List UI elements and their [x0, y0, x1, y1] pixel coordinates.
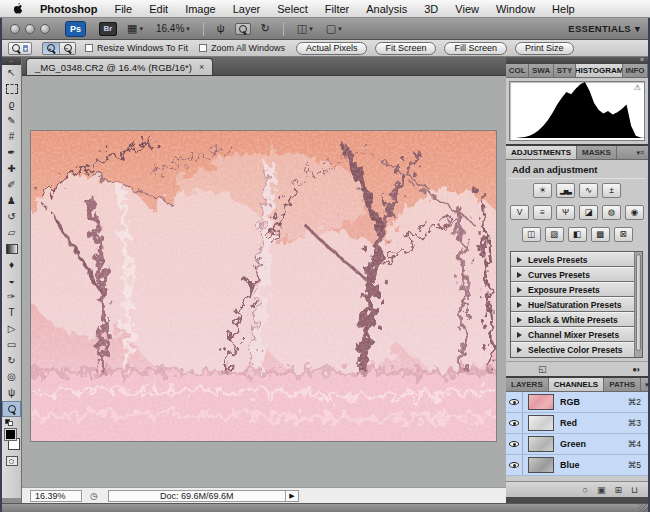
- arrange-documents-button[interactable]: ◫ ▾: [294, 22, 316, 35]
- adj-levels[interactable]: ▂▅▃: [556, 183, 575, 198]
- scrollbar-thumb[interactable]: [636, 254, 641, 351]
- tool-eyedropper[interactable]: ✒: [2, 145, 21, 161]
- document-image[interactable]: [31, 131, 496, 441]
- panel-menu-icon[interactable]: ▾≡: [641, 378, 650, 391]
- menu-file[interactable]: File: [114, 3, 132, 15]
- adj-exposure[interactable]: ±: [602, 183, 621, 198]
- scrollbar[interactable]: [634, 252, 642, 357]
- channel-rgb[interactable]: RGB ⌘2: [506, 392, 648, 413]
- tool-marquee[interactable]: [2, 81, 21, 97]
- menu-view[interactable]: View: [455, 3, 479, 15]
- disclosure-triangle-icon[interactable]: [517, 302, 522, 308]
- menu-layer[interactable]: Layer: [233, 3, 261, 15]
- channel-red[interactable]: Red ⌘3: [506, 413, 648, 434]
- minimize-window-button[interactable]: [25, 24, 35, 34]
- load-selection-icon[interactable]: ○: [582, 485, 587, 495]
- delete-channel-icon[interactable]: ⊔: [631, 485, 638, 495]
- disclosure-triangle-icon[interactable]: [517, 287, 522, 293]
- preset-levels[interactable]: Levels Presets: [511, 252, 634, 267]
- tab-color[interactable]: COL: [506, 64, 529, 77]
- tab-channels[interactable]: CHANNELS: [549, 378, 604, 391]
- menu-3d[interactable]: 3D: [424, 3, 438, 15]
- zoom-out-mode-button[interactable]: −: [59, 43, 75, 54]
- disclosure-triangle-icon[interactable]: [517, 347, 522, 353]
- quick-mask-button[interactable]: [2, 453, 21, 469]
- new-channel-icon[interactable]: ⊞: [614, 485, 622, 495]
- resize-windows-checkbox[interactable]: Resize Windows To Fit: [85, 43, 188, 53]
- tool-healing-brush[interactable]: ✚: [2, 161, 21, 177]
- menu-image[interactable]: Image: [185, 3, 216, 15]
- preset-exposure[interactable]: Exposure Presets: [511, 282, 634, 297]
- resize-grip[interactable]: [638, 504, 648, 512]
- adj-invert[interactable]: ◫: [522, 227, 541, 242]
- foreground-color-swatch[interactable]: [4, 428, 17, 441]
- document-tab[interactable]: _MG_0348.CR2 @ 16.4% (RGB/16*) ×: [26, 58, 213, 75]
- adj-gradient-map[interactable]: ▩: [591, 227, 610, 242]
- preset-channel-mixer[interactable]: Channel Mixer Presets: [511, 327, 634, 342]
- adj-posterize[interactable]: ▨: [545, 227, 564, 242]
- preset-black-white[interactable]: Black & White Presets: [511, 312, 634, 327]
- adj-photo-filter[interactable]: ◍: [602, 205, 621, 220]
- tool-crop[interactable]: #: [2, 129, 21, 145]
- print-size-button[interactable]: Print Size: [515, 42, 574, 55]
- close-icon[interactable]: ×: [199, 62, 204, 72]
- adj-brightness-contrast[interactable]: ☀: [533, 183, 552, 198]
- actual-pixels-button[interactable]: Actual Pixels: [296, 42, 368, 55]
- disclosure-triangle-icon[interactable]: [517, 317, 522, 323]
- preset-curves[interactable]: Curves Presets: [511, 267, 634, 282]
- tab-paths[interactable]: PATHS: [604, 378, 641, 391]
- canvas-area[interactable]: [22, 76, 506, 487]
- tool-history-brush[interactable]: ↺: [2, 209, 21, 225]
- cached-data-warning-icon[interactable]: ⚠: [634, 83, 641, 92]
- panel-menu-icon[interactable]: ▾≡: [632, 146, 648, 159]
- fill-screen-button[interactable]: Fill Screen: [444, 42, 507, 55]
- tool-dodge[interactable]: ◒: [2, 273, 21, 289]
- adj-vibrance[interactable]: V: [510, 205, 529, 220]
- tool-hand[interactable]: ψ: [2, 385, 21, 401]
- view-extras-button[interactable]: ▦ ▾: [124, 22, 146, 35]
- workspace-switcher[interactable]: ESSENTIALS ▾: [568, 23, 640, 34]
- apple-icon[interactable]: [12, 2, 23, 15]
- adj-color-balance[interactable]: Ψ: [556, 205, 575, 220]
- tool-3d-rotate[interactable]: ↻: [2, 353, 21, 369]
- zoom-level-dropdown[interactable]: 16.4% ▾: [153, 22, 193, 35]
- save-selection-icon[interactable]: ▣: [597, 485, 606, 495]
- tool-3d-orbit[interactable]: ◎: [2, 369, 21, 385]
- status-zoom-field[interactable]: 16.39%: [30, 490, 82, 502]
- tool-zoom[interactable]: [2, 401, 21, 417]
- collapse-tools-strip[interactable]: ‥: [2, 57, 21, 65]
- adj-channel-mixer[interactable]: ◉: [625, 205, 644, 220]
- adj-selective-color[interactable]: ⊠: [614, 227, 633, 242]
- tool-brush[interactable]: ✐: [2, 177, 21, 193]
- visibility-toggle[interactable]: [506, 392, 523, 412]
- tool-path-selection[interactable]: ▷: [2, 321, 21, 337]
- disclosure-triangle-icon[interactable]: [517, 332, 522, 338]
- tab-swatches[interactable]: SWA: [529, 64, 553, 77]
- tab-masks[interactable]: MASKS: [577, 146, 617, 159]
- menu-app-name[interactable]: Photoshop: [40, 3, 97, 15]
- tool-gradient[interactable]: [2, 241, 21, 257]
- tab-info[interactable]: INFO: [623, 64, 648, 77]
- tab-adjustments[interactable]: ADJUSTMENTS: [506, 146, 577, 159]
- visibility-toggle[interactable]: [506, 413, 523, 433]
- hand-tool-button[interactable]: ψ: [214, 22, 228, 35]
- zoom-tool-button[interactable]: [235, 23, 251, 35]
- tool-blur[interactable]: ♦: [2, 257, 21, 273]
- default-colors-button[interactable]: [2, 417, 21, 427]
- preset-hue-saturation[interactable]: Hue/Saturation Presets: [511, 297, 634, 312]
- tool-rectangle[interactable]: ▭: [2, 337, 21, 353]
- tool-eraser[interactable]: ▱: [2, 225, 21, 241]
- channel-green[interactable]: Green ⌘4: [506, 434, 648, 455]
- menu-select[interactable]: Select: [277, 3, 308, 15]
- screen-mode-button[interactable]: ▢ ▾: [323, 22, 345, 35]
- tool-pen[interactable]: ✑: [2, 289, 21, 305]
- tab-histogram[interactable]: HISTOGRAM: [576, 64, 623, 77]
- expand-panel-icon[interactable]: ◱: [538, 364, 547, 374]
- rotate-view-button[interactable]: ↻: [258, 22, 273, 35]
- tool-quick-selection[interactable]: ✎: [2, 113, 21, 129]
- disclosure-triangle-icon[interactable]: [517, 272, 522, 278]
- status-menu-button[interactable]: ▶: [286, 490, 299, 502]
- visibility-toggle[interactable]: [506, 455, 523, 475]
- menu-edit[interactable]: Edit: [149, 3, 168, 15]
- adj-curves[interactable]: ∿: [579, 183, 598, 198]
